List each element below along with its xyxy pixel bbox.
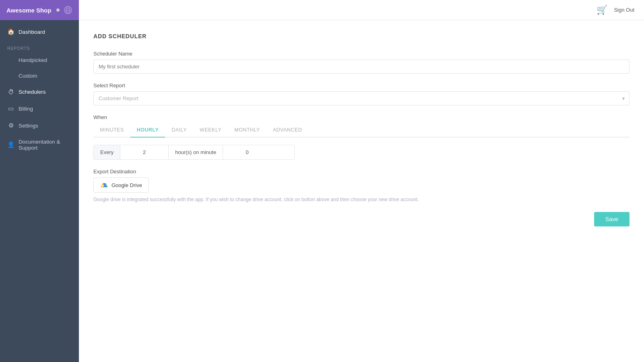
tab-monthly[interactable]: MONTHLY <box>228 123 266 138</box>
sidebar-item-documentation[interactable]: 👤 Documentation & Support <box>0 134 79 156</box>
schedulers-icon: ⏱ <box>7 88 14 95</box>
cart-icon[interactable]: 🛒 <box>595 4 608 16</box>
sidebar-item-schedulers[interactable]: ⏱ Schedulers <box>0 84 79 100</box>
sidebar-item-handpicked[interactable]: Handpicked <box>0 52 79 68</box>
sidebar-item-billing[interactable]: ▭ Billing <box>0 100 79 117</box>
scheduler-name-group: Scheduler Name <box>93 51 630 74</box>
sidebar-item-custom-label: Custom <box>19 73 37 79</box>
tab-advanced[interactable]: ADVANCED <box>266 123 309 138</box>
reports-section-label: REPORTS <box>0 40 79 52</box>
schedule-value-input[interactable] <box>120 145 169 159</box>
page-title: ADD SCHEDULER <box>93 33 630 39</box>
sidebar-item-settings-label: Settings <box>19 123 38 129</box>
when-group: When MINUTES HOURLY DAILY WEEKLY MONTHLY… <box>93 114 630 160</box>
home-icon: 🏠 <box>7 28 14 35</box>
google-drive-label: Google Drive <box>111 182 142 188</box>
main: 🛒 Sign Out ADD SCHEDULER Scheduler Name … <box>79 0 644 362</box>
every-label: Every <box>94 145 120 159</box>
schedule-tabs: MINUTES HOURLY DAILY WEEKLY MONTHLY ADVA… <box>93 123 630 138</box>
when-label: When <box>93 114 630 120</box>
select-report-dropdown[interactable]: Customer Report <box>93 91 630 105</box>
select-report-group: Select Report Customer Report ▾ <box>93 82 630 105</box>
card: ADD SCHEDULER Scheduler Name Select Repo… <box>79 20 644 362</box>
hours-label: hour(s) on minute <box>169 145 223 159</box>
sidebar-item-dashboard-label: Dashboard <box>19 29 45 35</box>
sidebar-nav: 🏠 Dashboard REPORTS Handpicked Custom ⏱ … <box>0 20 79 362</box>
sidebar-item-documentation-label: Documentation & Support <box>19 139 72 151</box>
sidebar-header: Awesome Shop <box>0 0 79 20</box>
tab-minutes[interactable]: MINUTES <box>93 123 130 138</box>
sidebar: Awesome Shop 🏠 Dashboard REPORTS Handpic… <box>0 0 79 362</box>
settings-icon: ⚙ <box>7 122 14 129</box>
sidebar-item-settings[interactable]: ⚙ Settings <box>0 117 79 134</box>
sidebar-item-handpicked-label: Handpicked <box>19 57 47 63</box>
google-drive-button[interactable]: Google Drive <box>93 177 149 193</box>
select-report-label: Select Report <box>93 82 630 88</box>
documentation-icon: 👤 <box>7 141 14 148</box>
content-area: ADD SCHEDULER Scheduler Name Select Repo… <box>79 20 644 362</box>
save-button-row: Save <box>93 212 630 226</box>
status-dot <box>56 8 60 12</box>
tab-weekly[interactable]: WEEKLY <box>193 123 228 138</box>
tab-daily[interactable]: DAILY <box>165 123 193 138</box>
globe-icon <box>64 6 72 14</box>
schedule-row: Every hour(s) on minute <box>93 145 295 160</box>
sidebar-item-billing-label: Billing <box>19 106 33 112</box>
export-destination-group: Export Destination Google Drive Google d… <box>93 169 630 202</box>
google-drive-icon <box>100 181 108 189</box>
signout-button[interactable]: Sign Out <box>614 7 634 13</box>
select-report-wrapper: Customer Report ▾ <box>93 91 630 105</box>
schedule-minute-input[interactable] <box>223 145 271 159</box>
sidebar-item-schedulers-label: Schedulers <box>19 89 46 95</box>
export-destination-label: Export Destination <box>93 169 630 175</box>
export-note: Google drive is integrated successfully … <box>93 197 630 202</box>
billing-icon: ▭ <box>7 105 14 112</box>
topbar: 🛒 Sign Out <box>79 0 644 20</box>
tab-hourly[interactable]: HOURLY <box>130 123 165 138</box>
sidebar-item-custom[interactable]: Custom <box>0 68 79 84</box>
app-title: Awesome Shop <box>6 7 52 14</box>
scheduler-name-input[interactable] <box>93 60 630 74</box>
save-button[interactable]: Save <box>594 212 630 226</box>
sidebar-item-dashboard[interactable]: 🏠 Dashboard <box>0 23 79 40</box>
scheduler-name-label: Scheduler Name <box>93 51 630 57</box>
